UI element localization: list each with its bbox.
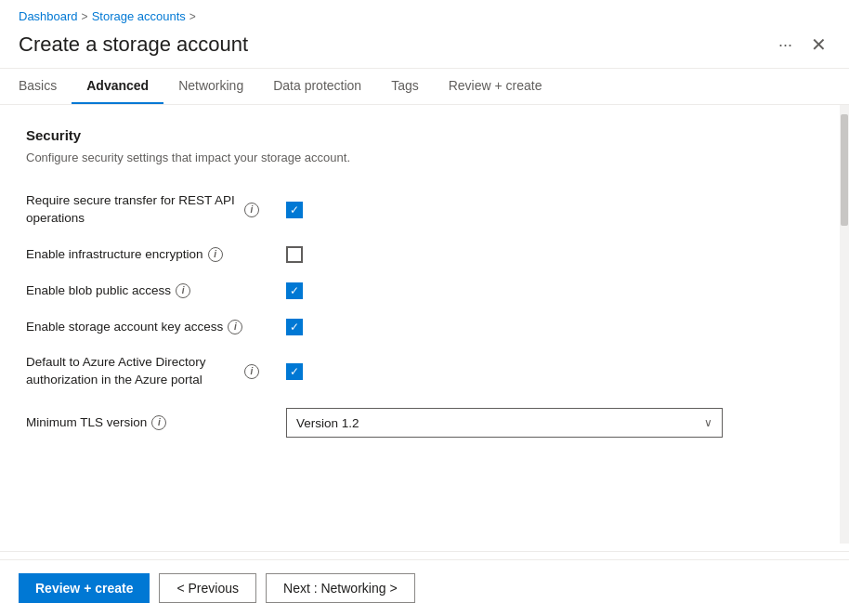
label-aad: Default to Azure Active Directory author… [26, 354, 286, 389]
check-icon-blob-access: ✓ [290, 285, 299, 296]
breadcrumb-dashboard[interactable]: Dashboard [19, 9, 78, 23]
scrollbar-thumb[interactable] [841, 114, 848, 226]
section-title: Security [26, 127, 814, 143]
tls-select-container[interactable]: Version 1.2 ∨ [286, 408, 723, 438]
tabs-container: Basics Advanced Networking Data protecti… [0, 69, 849, 105]
checkbox-aad[interactable]: ✓ [286, 363, 303, 380]
info-icon-key-access[interactable]: i [228, 320, 242, 334]
label-key-access: Enable storage account key access i [26, 319, 286, 336]
content-area: Security Configure security settings tha… [0, 105, 849, 544]
footer-divider [0, 551, 849, 552]
checkbox-blob-access[interactable]: ✓ [286, 282, 303, 299]
close-button[interactable]: ✕ [807, 33, 830, 56]
label-tls: Minimum TLS version i [26, 414, 286, 432]
footer: Review + create < Previous Next : Networ… [0, 559, 849, 616]
checkbox-blob-access-box[interactable]: ✓ [286, 282, 303, 299]
review-create-button[interactable]: Review + create [19, 573, 150, 603]
breadcrumb-sep2: > [189, 10, 196, 23]
breadcrumb-storage-accounts[interactable]: Storage accounts [92, 9, 186, 23]
tls-select-box[interactable]: Version 1.2 ∨ [286, 408, 723, 438]
scrollbar[interactable] [840, 105, 849, 544]
label-secure-transfer: Require secure transfer for REST API ope… [26, 192, 286, 228]
checkbox-secure-transfer-box[interactable]: ✓ [286, 202, 303, 218]
main-content: Security Configure security settings tha… [0, 105, 840, 544]
check-icon-key-access: ✓ [290, 321, 299, 333]
dialog-menu-icon[interactable]: ··· [778, 35, 792, 55]
info-icon-secure-transfer[interactable]: i [244, 203, 259, 217]
check-icon-aad: ✓ [290, 366, 299, 377]
breadcrumb-sep1: > [82, 10, 88, 23]
tab-tags[interactable]: Tags [376, 69, 434, 104]
label-infra-encryption: Enable infrastructure encryption i [26, 246, 286, 264]
tab-networking[interactable]: Networking [163, 69, 258, 104]
tab-advanced[interactable]: Advanced [72, 69, 163, 104]
checkbox-infra-encryption-box[interactable] [286, 246, 303, 263]
label-blob-access: Enable blob public access i [26, 282, 286, 300]
form-row-secure-transfer: Require secure transfer for REST API ope… [26, 183, 814, 237]
breadcrumb: Dashboard > Storage accounts > [0, 0, 849, 27]
tab-data-protection[interactable]: Data protection [258, 69, 376, 104]
info-icon-aad[interactable]: i [244, 364, 259, 379]
checkbox-aad-box[interactable]: ✓ [286, 363, 303, 380]
form-row-tls: Minimum TLS version i Version 1.2 ∨ [26, 399, 814, 447]
form-row-blob-access: Enable blob public access i ✓ [26, 273, 814, 309]
tab-review-create[interactable]: Review + create [434, 69, 557, 104]
form-row-infra-encryption: Enable infrastructure encryption i [26, 237, 814, 273]
checkbox-key-access[interactable]: ✓ [286, 319, 303, 335]
info-icon-infra-encryption[interactable]: i [208, 247, 223, 262]
tls-value: Version 1.2 [296, 416, 359, 430]
create-storage-dialog: Dashboard > Storage accounts > Create a … [0, 0, 849, 616]
dialog-header: Create a storage account ··· ✕ [0, 27, 849, 69]
tab-basics[interactable]: Basics [19, 69, 72, 104]
previous-button[interactable]: < Previous [159, 573, 256, 603]
form-row-aad: Default to Azure Active Directory author… [26, 345, 814, 399]
check-icon-secure-transfer: ✓ [290, 204, 299, 216]
info-icon-tls[interactable]: i [151, 415, 166, 430]
dialog-title: Create a storage account [19, 33, 778, 57]
info-icon-blob-access[interactable]: i [176, 283, 190, 298]
chevron-down-icon: ∨ [704, 416, 712, 429]
checkbox-infra-encryption[interactable] [286, 246, 303, 263]
form-row-key-access: Enable storage account key access i ✓ [26, 309, 814, 346]
section-description: Configure security settings that impact … [26, 151, 814, 164]
checkbox-secure-transfer[interactable]: ✓ [286, 202, 303, 218]
checkbox-key-access-box[interactable]: ✓ [286, 319, 303, 335]
next-button[interactable]: Next : Networking > [266, 573, 415, 603]
